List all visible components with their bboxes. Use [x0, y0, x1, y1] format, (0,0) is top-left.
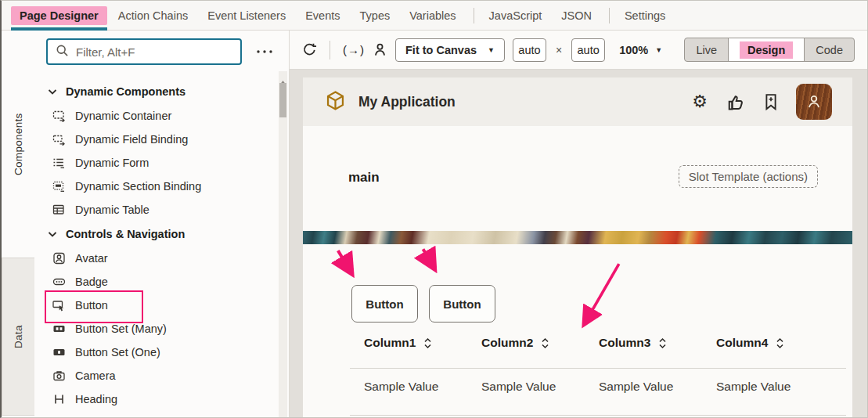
- component-item-dynamic-container[interactable]: Dynamic Container: [34, 104, 278, 128]
- chevron-down-icon: ▼: [488, 46, 495, 54]
- canvas-height-input[interactable]: [571, 38, 605, 62]
- preview-button-2[interactable]: Button: [429, 285, 495, 323]
- component-item-heading[interactable]: Heading: [34, 387, 278, 411]
- table-cell: Sample Value: [716, 380, 834, 394]
- panel-scrollbar[interactable]: [279, 71, 287, 417]
- component-item-button[interactable]: Button: [34, 294, 278, 317]
- button-set-many-icon: [52, 323, 66, 335]
- component-item-label: Button Set (Many): [75, 323, 167, 335]
- fit-to-canvas-dropdown[interactable]: Fit to Canvas ▼: [395, 38, 505, 62]
- top-tab-bar: Page DesignerAction ChainsEvent Listener…: [2, 1, 867, 31]
- design-surface[interactable]: My Application ⚙ main: [303, 77, 852, 417]
- top-tab-json[interactable]: JSON: [553, 6, 600, 25]
- button-icon: [52, 299, 66, 312]
- camera-icon: [52, 369, 66, 382]
- component-section-dynamic-components[interactable]: Dynamic Components: [34, 79, 278, 104]
- top-tab-separator: [474, 8, 474, 23]
- table-divider: [350, 415, 846, 416]
- mode-button-label: Live: [696, 44, 717, 56]
- canvas-area: (→) Fit to Canvas ▼ × 100% ▼ LiveDesignC…: [290, 31, 867, 417]
- component-item-label: Dynamic Section Binding: [75, 180, 201, 193]
- table-cell: Sample Value: [599, 380, 716, 394]
- main-split: Components Data Dynamic ComponentsDynami…: [2, 31, 867, 417]
- table-column-header-column3[interactable]: Column3: [599, 336, 716, 350]
- top-tab-types[interactable]: Types: [351, 6, 399, 25]
- dimension-separator: ×: [556, 44, 562, 56]
- sort-icon[interactable]: [541, 337, 549, 349]
- side-tab-strip: Components Data: [2, 31, 34, 417]
- sort-icon[interactable]: [776, 337, 784, 349]
- component-item-dynamic-field-binding[interactable]: Dynamic Field Binding: [34, 128, 278, 151]
- sort-icon[interactable]: [658, 337, 667, 349]
- component-section-controls-navigation[interactable]: Controls & Navigation: [34, 222, 278, 247]
- avatar[interactable]: [796, 84, 832, 120]
- component-item-label: Avatar: [75, 252, 108, 265]
- section-title: Dynamic Components: [66, 85, 185, 98]
- chevron-down-icon: [46, 228, 59, 240]
- component-item-camera[interactable]: Camera: [34, 364, 278, 387]
- component-item-highlight-text[interactable]: AHighlight Text: [34, 411, 278, 417]
- table-header-row: Column1Column2Column3Column4: [364, 336, 834, 350]
- component-item-label: Dynamic Form: [75, 157, 149, 169]
- heading-icon: [52, 393, 66, 405]
- component-item-avatar[interactable]: Avatar: [34, 247, 278, 270]
- page-title[interactable]: main: [348, 170, 380, 186]
- top-tab-variables[interactable]: Variables: [401, 6, 464, 25]
- component-item-label: Highlight Text: [75, 416, 143, 417]
- canvas-viewport: My Application ⚙ main: [290, 70, 867, 417]
- tab-data[interactable]: Data: [2, 258, 34, 416]
- column-label: Column2: [481, 336, 533, 350]
- chevron-down-icon: ▼: [655, 46, 662, 54]
- mode-button-design[interactable]: Design: [728, 38, 805, 62]
- zoom-dropdown[interactable]: 100% ▼: [619, 44, 662, 56]
- app-logo-icon: [325, 90, 346, 114]
- refresh-icon[interactable]: [302, 42, 317, 57]
- table-divider: [350, 368, 846, 369]
- slot-template-actions[interactable]: Slot Template (actions): [679, 165, 818, 188]
- page-designer-window: Page DesignerAction ChainsEvent Listener…: [0, 0, 868, 418]
- scrollbar-thumb[interactable]: [279, 83, 286, 117]
- component-item-label: Dynamic Container: [75, 110, 171, 122]
- mode-button-live[interactable]: Live: [684, 38, 729, 62]
- top-tab-separator: [609, 8, 610, 23]
- thumbs-up-icon[interactable]: [726, 93, 744, 111]
- component-filter-input[interactable]: [76, 45, 232, 59]
- dynamic-field-binding-icon: [52, 133, 66, 146]
- bookmark-icon[interactable]: [763, 93, 779, 111]
- top-tab-javascript[interactable]: JavaScript: [481, 6, 551, 25]
- component-item-label: Badge: [75, 276, 108, 288]
- top-tab-action-chains[interactable]: Action Chains: [110, 6, 196, 25]
- component-item-label: Button Set (One): [75, 346, 160, 359]
- component-item-dynamic-table[interactable]: Dynamic Table: [34, 198, 278, 222]
- table-column-header-column1[interactable]: Column1: [364, 336, 481, 350]
- preview-button-1[interactable]: Button: [351, 285, 418, 323]
- table-column-header-column2[interactable]: Column2: [481, 336, 599, 350]
- mode-switcher: LiveDesignCode: [684, 38, 855, 62]
- component-list: Dynamic ComponentsDynamic ContainerDynam…: [34, 71, 278, 417]
- live-expression-icon[interactable]: (→): [343, 43, 365, 56]
- decorative-banner-image: [303, 231, 852, 244]
- highlight-text-icon: A: [52, 416, 66, 417]
- component-item-dynamic-section-binding[interactable]: Dynamic Section Binding: [34, 175, 278, 198]
- top-tab-events[interactable]: Events: [297, 6, 348, 25]
- app-preview-header[interactable]: My Application ⚙: [303, 77, 852, 126]
- top-tab-event-listeners[interactable]: Event Listeners: [199, 6, 294, 25]
- button-set-one-icon: [52, 346, 66, 359]
- sort-icon[interactable]: [423, 337, 432, 349]
- user-persona-icon[interactable]: [373, 42, 387, 57]
- top-tab-page-designer[interactable]: Page Designer: [11, 6, 107, 25]
- tab-components[interactable]: Components: [2, 31, 34, 258]
- component-item-button-set-one-[interactable]: Button Set (One): [34, 341, 278, 364]
- top-tab-settings[interactable]: Settings: [616, 6, 674, 25]
- zoom-value: 100%: [619, 44, 648, 56]
- overflow-menu-icon[interactable]: [256, 49, 273, 54]
- canvas-width-input[interactable]: [513, 38, 546, 62]
- mode-button-code[interactable]: Code: [804, 38, 855, 62]
- avatar-icon: [52, 252, 66, 265]
- component-item-dynamic-form[interactable]: Dynamic Form: [34, 151, 278, 175]
- gear-icon[interactable]: ⚙: [692, 93, 708, 110]
- app-title: My Application: [358, 94, 456, 110]
- table-column-header-column4[interactable]: Column4: [716, 336, 834, 350]
- search-icon: [56, 44, 69, 60]
- dynamic-section-binding-icon: [52, 180, 66, 193]
